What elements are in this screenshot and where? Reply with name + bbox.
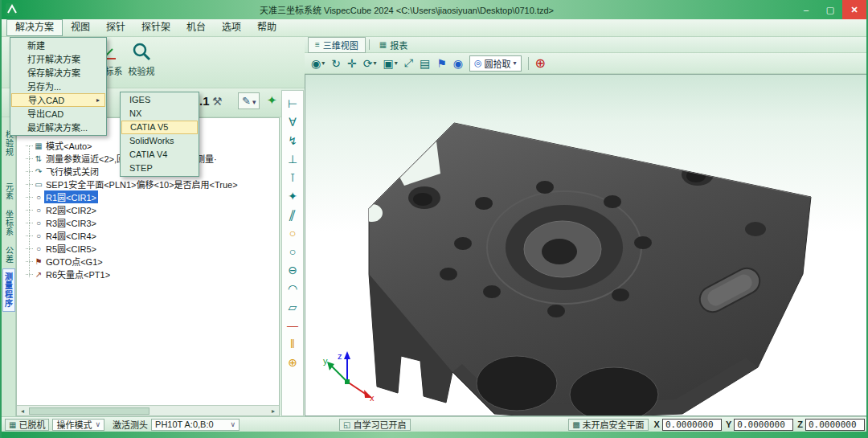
z-coord-value: 0.0000000 xyxy=(805,419,865,431)
z-coord-label: Z xyxy=(797,420,803,429)
model-3d: z y x xyxy=(305,75,868,416)
measure-tool-strip: ⊢ ∀ ↯ ⊥ ⊺ ✦ ∥ ○ ○ ⊖ ◠ ▱ — ‖ ⊕ xyxy=(281,90,304,416)
sidetab-coords[interactable]: 坐标系 xyxy=(2,207,15,239)
circle-icon: ○ xyxy=(33,193,44,202)
menu-options[interactable]: 选项 xyxy=(214,19,249,36)
tab-3d-view[interactable]: ≡ 三维视图 xyxy=(308,37,366,53)
perpendicular-icon[interactable]: ⊥ xyxy=(284,149,301,168)
menu-save-solution[interactable]: 保存解决方案 xyxy=(11,66,105,80)
sphere-icon[interactable]: ⊕ xyxy=(284,353,301,371)
tolerance-partial-label: .1 xyxy=(199,94,210,108)
submenu-nx[interactable]: NX xyxy=(121,107,198,121)
menu-probe-rack[interactable]: 探针架 xyxy=(133,19,178,36)
tree-row[interactable]: ↗R6矢量点<PT1> xyxy=(17,268,279,280)
probe-dropdown[interactable]: PH10T A:0,B:0 ∨ xyxy=(151,419,240,431)
tree-row[interactable]: ○R4圆<CIR4> xyxy=(17,229,279,242)
menu-new[interactable]: 新建 xyxy=(11,39,105,52)
refresh-icon[interactable]: ⟳▾ xyxy=(363,57,377,70)
line-icon[interactable]: — xyxy=(284,316,301,334)
circle-icon[interactable]: ○ xyxy=(284,242,301,260)
menu-help[interactable]: 帮助 xyxy=(249,19,285,36)
tab-report[interactable]: ▦ 报表 xyxy=(373,38,414,52)
sidetab-tolerance[interactable]: 公差 xyxy=(2,243,15,267)
submenu-catia-v4[interactable]: CATIA V4 xyxy=(121,148,198,162)
viewport-3d[interactable]: z y x xyxy=(305,74,868,416)
compass-icon[interactable]: ⊕ xyxy=(535,55,546,71)
operation-mode-dropdown[interactable]: 操作模式 ∨ xyxy=(52,419,104,431)
monitor-icon: ◱ xyxy=(343,420,350,429)
horizontal-scrollbar[interactable]: ◂ ▸ xyxy=(17,405,279,415)
menu-save-as[interactable]: 另存为... xyxy=(11,80,105,93)
point-pick-icon[interactable]: ◉ xyxy=(453,57,463,70)
scroll-left-arrow[interactable]: ◂ xyxy=(17,407,28,415)
x-axis-label: x xyxy=(370,393,375,403)
edit-button[interactable]: ✎▾ xyxy=(238,92,260,109)
submenu-catia-v5[interactable]: CATIA V5 xyxy=(121,121,198,134)
offline-status-button[interactable]: ▦ 已脱机 xyxy=(5,419,49,431)
hammer-icon[interactable]: ⚒ xyxy=(212,95,223,108)
axis-triad: z y x xyxy=(323,351,375,403)
plane-icon[interactable]: ▱ xyxy=(284,297,301,316)
sidetab-program[interactable]: 测量程序 xyxy=(2,268,15,312)
vector-point-icon: ↗ xyxy=(33,270,44,279)
circle-orange-icon[interactable]: ○ xyxy=(284,223,301,242)
maximize-button[interactable]: ▢ xyxy=(818,0,842,19)
self-learning-status[interactable]: ◱ 自学习已开启 xyxy=(339,419,410,431)
point-icon[interactable]: ✦ xyxy=(284,186,301,205)
safety-plane-status[interactable]: ▩ 未开启安全平面 xyxy=(568,419,648,431)
submenu-solidworks[interactable]: SolidWorks xyxy=(121,134,198,148)
tree-row[interactable]: ▭SEP1安全平面<PLN1>偏移<10>是否启用<True> xyxy=(17,178,279,190)
app-icon xyxy=(5,2,19,17)
submenu-iges[interactable]: IGES xyxy=(121,93,198,107)
angle-icon[interactable]: ∀ xyxy=(284,113,301,131)
menu-solution[interactable]: 解决方案 xyxy=(6,19,63,36)
minimize-button[interactable]: – xyxy=(794,0,818,19)
distance-icon[interactable]: ⊢ xyxy=(284,94,301,113)
circle-icon: ○ xyxy=(33,231,44,240)
tree-row-selected[interactable]: ○R1圆<CIR1> xyxy=(17,190,279,203)
ellipse-icon[interactable]: ⊖ xyxy=(284,260,301,279)
z-axis-label: z xyxy=(338,351,342,361)
tree-row[interactable]: ⚑GOTO点<G1> xyxy=(17,255,279,268)
scrollbar-thumb[interactable] xyxy=(29,407,149,415)
pan-icon[interactable]: ✛ xyxy=(347,57,357,70)
polyline-icon[interactable]: ↯ xyxy=(284,131,301,149)
close-button[interactable]: ✕ xyxy=(842,0,866,19)
tree-row[interactable]: ○R3圆<CIR3> xyxy=(17,216,279,229)
flag-icon[interactable]: ⚑ xyxy=(436,57,447,70)
dart-icon[interactable]: ✦ xyxy=(267,93,277,108)
slot-icon[interactable]: ‖ xyxy=(284,334,301,353)
menu-recent-solutions[interactable]: 最近解决方案... xyxy=(11,121,105,134)
menu-import-cad[interactable]: 导入CAD▸ xyxy=(11,93,105,107)
active-probe-label: 激活测头 xyxy=(113,418,148,431)
chevron-down-icon: ∨ xyxy=(95,420,100,428)
window-bottom-border xyxy=(2,432,868,438)
parallel-lines-icon[interactable]: ∥ xyxy=(280,205,304,223)
arc-icon[interactable]: ◠ xyxy=(284,279,301,297)
y-coord-label: Y xyxy=(726,420,731,429)
submenu-step[interactable]: STEP xyxy=(121,162,198,175)
menu-open-solution[interactable]: 打开解决方案 xyxy=(11,52,105,66)
eye-icon[interactable]: ◉▾ xyxy=(311,57,325,70)
view-cube-icon[interactable]: ▣▾ xyxy=(383,57,397,70)
section-icon[interactable]: ▤ xyxy=(420,57,430,70)
menu-export-cad[interactable]: 导出CAD xyxy=(11,107,105,121)
menu-view[interactable]: 视图 xyxy=(63,19,98,36)
gauge-check-button[interactable]: 校验规 xyxy=(124,42,159,77)
mode-icon: ▦ xyxy=(33,141,44,150)
sidetab-elements[interactable]: 元素 xyxy=(2,179,15,203)
scroll-right-arrow[interactable]: ▸ xyxy=(268,407,279,415)
magnifier-icon xyxy=(131,42,152,63)
rotate-icon[interactable]: ↻ xyxy=(331,57,341,70)
projection-icon[interactable]: ⊺ xyxy=(284,168,301,186)
tree-row[interactable]: ○R5圆<CIR5> xyxy=(17,242,279,255)
circle-icon: ○ xyxy=(33,244,44,253)
menu-probe[interactable]: 探针 xyxy=(98,19,133,36)
viewport-toolbar: ◉▾ ↻ ✛ ⟳▾ ▣▾ ⤢ ▤ ⚑ ◉ ◎ 圆拾取 ▾ ⊕ xyxy=(305,53,868,74)
y-coord-value: 0.0000000 xyxy=(734,419,793,431)
menu-machine[interactable]: 机台 xyxy=(178,19,214,36)
pick-mode-dropdown[interactable]: ◎ 圆拾取 ▾ xyxy=(469,55,522,72)
zoom-fit-icon[interactable]: ⤢ xyxy=(404,56,413,70)
tree-row[interactable]: ○R2圆<CIR2> xyxy=(17,203,279,216)
y-axis-label: y xyxy=(323,356,328,366)
